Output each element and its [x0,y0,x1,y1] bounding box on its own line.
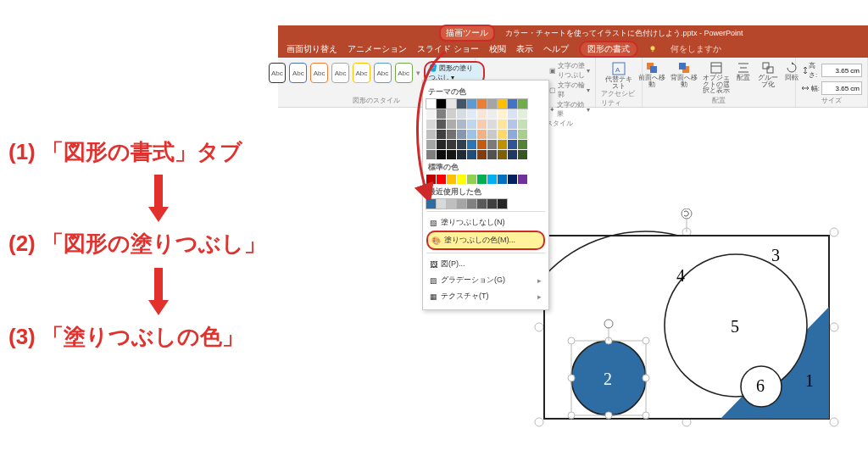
svg-point-22 [830,323,838,331]
arrange-group: 前面へ移動 背面へ移動 オブジェクトの選択と表示 配置 グループ化 回転 配置 [643,58,796,107]
shape-style-preset[interactable]: Abc [395,63,413,83]
svg-marker-45 [148,207,169,222]
shape-fill-dropdown: テーマの色 標準の色 最近使用した色 ▧塗りつぶしなし(N) 🎨塗りつぶしの色(… [422,80,549,310]
lightbulb-icon [648,45,657,53]
shape-style-preset[interactable]: Abc [331,63,349,83]
svg-marker-15 [792,62,794,64]
region-label: 3 [771,246,780,264]
svg-point-0 [650,46,654,50]
svg-point-23 [535,418,543,426]
selection-pane-button[interactable]: オブジェクトの選択と表示 [701,61,732,94]
recent-color-swatches[interactable] [426,199,545,209]
tab-view[interactable]: 表示 [516,43,533,55]
send-backward-button[interactable]: 背面へ移動 [669,61,699,94]
shape-style-preset[interactable]: Abc [374,63,392,83]
svg-rect-14 [767,67,773,73]
document-title: カラー・チャートを使ってイラストに色付けしよう.pptx - PowerPoin… [505,28,743,39]
group-label-arrange: 配置 [712,96,726,105]
svg-rect-7 [679,63,686,70]
annotation-step-3: (3) 「塗りつぶしの色」 [8,324,244,350]
svg-point-38 [643,375,649,381]
picture-icon: 🖼 [430,260,437,269]
svg-point-27 [682,209,692,219]
no-fill-item[interactable]: ▧塗りつぶしなし(N) [426,214,545,231]
bring-forward-button[interactable]: 前面へ移動 [637,61,667,94]
align-button[interactable]: 配置 [733,61,754,94]
more-fill-colors-item[interactable]: 🎨塗りつぶしの色(M)... [426,231,545,250]
svg-point-41 [643,412,649,419]
svg-rect-8 [711,63,721,73]
tab-shape-format[interactable]: 図形の書式 [579,41,638,58]
bucket-icon: 🪣 [429,64,437,72]
region-label: 4 [676,266,685,285]
tab-animation[interactable]: アニメーション [348,43,407,55]
height-input[interactable] [821,64,862,77]
gradient-icon: ▨ [430,276,437,285]
region-label: 5 [731,317,739,336]
text-effects-button[interactable]: ✦ 文字の効果 ▾ [549,100,591,119]
width-label: 幅: [811,84,820,93]
group-label-shape-styles: 図形のスタイル [353,96,400,105]
group-label-accessibility: アクセシビリティ [601,89,636,108]
region-label: 6 [756,376,765,395]
style-gallery-more-icon[interactable]: ▾ [416,69,420,77]
tell-me-field[interactable]: 何をしますか [670,43,721,55]
height-label: 高さ: [809,61,820,80]
texture-icon: ▦ [430,292,437,301]
recent-colors-label: 最近使用した色 [428,187,545,197]
contextual-tool-tab: 描画ツール [439,25,495,42]
annotation-step-2: (2) 「図形の塗りつぶし」 [8,231,266,257]
text-outline-button[interactable]: ▢ 文字の輪郭 ▾ [549,81,591,99]
svg-point-25 [830,418,838,426]
svg-marker-47 [148,300,169,315]
ribbon-tabs: 画面切り替え アニメーション スライド ショー 校閲 表示 ヘルプ 図形の書式 … [278,41,868,58]
titlebar: 描画ツール カラー・チャートを使ってイラストに色付けしよう.pptx - Pow… [278,25,868,41]
gradient-fill-item[interactable]: ▨グラデーション(G)▸ [426,272,545,288]
svg-point-40 [605,412,612,419]
svg-point-36 [643,337,649,344]
picture-fill-item[interactable]: 🖼図(P)... [426,256,545,272]
svg-rect-5 [650,66,657,73]
svg-rect-13 [763,63,769,69]
region-label: 2 [604,370,612,388]
tab-transition[interactable]: 画面切り替え [287,43,337,55]
palette-icon: 🎨 [431,236,441,245]
group-button[interactable]: グループ化 [755,61,781,94]
ribbon: Abc Abc Abc Abc Abc Abc Abc ▾ 🪣 図形の塗りつぶし… [278,58,868,108]
theme-color-swatches[interactable] [426,99,545,159]
shape-style-preset[interactable]: Abc [269,63,287,83]
svg-point-34 [568,337,575,344]
region-label: 1 [805,371,814,390]
standard-color-swatches[interactable] [426,175,545,184]
theme-colors-label: テーマの色 [428,87,545,97]
svg-rect-1 [652,50,654,52]
svg-point-39 [568,412,575,419]
shape-style-preset[interactable]: Abc [353,63,370,83]
height-icon [801,66,807,75]
width-icon [801,84,810,92]
svg-text:A: A [615,66,620,74]
texture-fill-item[interactable]: ▦テクスチャ(T)▸ [426,288,545,304]
size-group: 高さ: 幅: サイズ [796,58,868,107]
no-fill-icon: ▧ [430,219,437,227]
annotation-step-1: (1) 「図形の書式」タブ [8,139,242,165]
tab-help[interactable]: ヘルプ [543,43,569,55]
tab-review[interactable]: 校閲 [489,43,506,55]
shape-style-preset[interactable]: Abc [310,63,328,83]
svg-point-37 [568,375,575,381]
accessibility-group: A 代替テキスト アクセシビリティ [596,58,642,107]
width-input[interactable] [821,81,862,95]
powerpoint-window: 描画ツール カラー・チャートを使ってイラストに色付けしよう.pptx - Pow… [278,25,868,108]
group-label-size: サイズ [821,96,842,105]
standard-colors-label: 標準の色 [428,163,545,173]
tab-slideshow[interactable]: スライド ショー [417,43,479,55]
shape-style-preset[interactable]: Abc [289,63,307,83]
svg-point-20 [830,228,838,236]
svg-point-21 [535,323,543,331]
alt-text-button[interactable]: A 代替テキスト [604,61,634,89]
down-arrow-icon [146,266,171,317]
svg-point-43 [604,320,613,328]
text-fill-button[interactable]: ▣ 文字の塗りつぶし ▾ [549,61,591,80]
down-arrow-icon [146,173,171,224]
slide-canvas: 1 2 3 4 5 6 [534,209,839,429]
